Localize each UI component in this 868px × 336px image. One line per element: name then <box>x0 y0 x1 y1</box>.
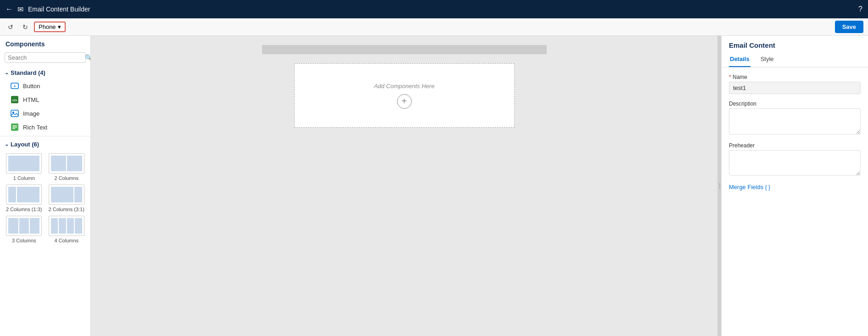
layout-2col-3-1-preview <box>49 185 84 205</box>
col-block <box>67 218 74 234</box>
undo-button[interactable]: ↺ <box>5 22 17 33</box>
main-layout: Components 🔍 ⌄ Standard (4) A Button </>… <box>0 36 868 336</box>
svg-rect-4 <box>11 110 18 117</box>
col-block <box>30 218 39 234</box>
preheader-label: Preheader <box>729 142 861 149</box>
mail-icon: ✉ <box>17 5 23 14</box>
html-component-icon: </> <box>10 95 19 104</box>
preheader-textarea[interactable] <box>729 150 861 176</box>
help-icon[interactable]: ? <box>858 5 862 13</box>
col-block <box>75 218 82 234</box>
name-input[interactable] <box>729 82 861 94</box>
name-label: * Name <box>729 74 861 80</box>
col-block <box>8 187 16 202</box>
email-canvas: Add Components Here + <box>262 45 547 327</box>
drop-zone-text: Add Components Here <box>374 83 434 90</box>
layout-3col-preview <box>6 216 42 236</box>
richtext-component-icon <box>10 123 19 132</box>
layout-section-label: Layout (6) <box>11 141 39 148</box>
add-component-button[interactable]: + <box>397 94 412 109</box>
phone-label: Phone <box>39 23 56 30</box>
phone-dropdown[interactable]: Phone ▾ <box>34 22 66 32</box>
required-star: * <box>729 74 731 80</box>
description-field: Description <box>729 101 861 136</box>
nav-right: ? <box>858 5 862 13</box>
layout-2col-3-1[interactable]: 2 Columns (3:1) <box>47 185 86 212</box>
button-component-label: Button <box>23 83 40 90</box>
toolbar-left: ↺ ↻ Phone ▾ <box>5 22 66 33</box>
nav-left: ← ✉ Email Content Builder <box>6 5 90 14</box>
search-box[interactable]: 🔍 <box>5 52 86 63</box>
right-panel: Email Content Details Style * Name Descr… <box>721 36 868 336</box>
layout-3col-label: 3 Columns <box>12 238 36 243</box>
description-textarea[interactable] <box>729 108 861 134</box>
layout-2col-1-3-label: 2 Columns (1:3) <box>6 207 42 212</box>
name-field: * Name <box>729 74 861 94</box>
drop-zone[interactable]: Add Components Here + <box>294 63 515 128</box>
tab-details[interactable]: Details <box>729 53 750 67</box>
layout-2col-label: 2 Columns <box>54 175 78 181</box>
top-nav: ← ✉ Email Content Builder ? <box>0 0 868 18</box>
layout-grid: 1 Column 2 Columns 2 Columns (1:3) <box>0 151 90 248</box>
panel-title: Email Content <box>722 36 868 53</box>
col-block <box>8 156 39 171</box>
html-component-label: HTML <box>23 96 39 103</box>
col-block <box>17 187 40 202</box>
image-component-icon <box>10 109 19 118</box>
divider <box>0 136 90 136</box>
layout-2col-preview <box>49 153 84 174</box>
canvas-top-bar <box>262 45 547 54</box>
layout-3col[interactable]: 3 Columns <box>5 216 44 243</box>
canvas-area[interactable]: Add Components Here + <box>91 36 717 336</box>
component-rich-text[interactable]: Rich Text <box>0 120 90 134</box>
col-block <box>51 156 66 171</box>
button-component-icon: A <box>10 81 19 90</box>
sidebar: Components 🔍 ⌄ Standard (4) A Button </>… <box>0 36 91 336</box>
col-block <box>51 218 58 234</box>
tab-style[interactable]: Style <box>760 53 775 67</box>
image-component-label: Image <box>23 110 39 117</box>
canvas-body: Add Components Here + <box>262 54 547 137</box>
layout-section-header[interactable]: ⌄ Layout (6) <box>0 138 90 151</box>
chevron-down-icon: ⌄ <box>5 70 9 76</box>
layout-1col-label: 1 Column <box>13 175 35 181</box>
merge-braces: { } <box>765 184 770 190</box>
component-image[interactable]: Image <box>0 106 90 120</box>
panel-tabs: Details Style <box>722 53 868 67</box>
col-block <box>19 218 29 234</box>
layout-2col-1-3[interactable]: 2 Columns (1:3) <box>5 185 44 212</box>
svg-text:</>: </> <box>12 98 17 102</box>
layout-4col-label: 4 Columns <box>54 238 78 243</box>
col-block <box>59 218 66 234</box>
component-button[interactable]: A Button <box>0 79 90 93</box>
toolbar-right: Save <box>835 21 863 33</box>
chevron-down-icon-layout: ⌄ <box>5 141 9 147</box>
layout-1col[interactable]: 1 Column <box>5 153 44 181</box>
redo-button[interactable]: ↻ <box>19 22 31 33</box>
resize-handle[interactable]: ⋮ <box>717 36 721 336</box>
preheader-field: Preheader <box>729 142 861 177</box>
col-block <box>74 187 82 202</box>
col-block <box>67 156 82 171</box>
chevron-down-icon: ▾ <box>58 23 61 30</box>
back-icon[interactable]: ← <box>6 5 13 13</box>
toolbar: ↺ ↻ Phone ▾ Save <box>0 18 868 36</box>
layout-2col-3-1-label: 2 Columns (3:1) <box>49 207 84 212</box>
layout-4col-preview <box>49 216 84 236</box>
standard-section-header[interactable]: ⌄ Standard (4) <box>0 67 90 79</box>
app-title: Email Content Builder <box>28 6 90 13</box>
svg-text:A: A <box>14 84 16 88</box>
layout-2col[interactable]: 2 Columns <box>47 153 86 181</box>
standard-section-label: Standard (4) <box>11 69 45 76</box>
merge-fields-link[interactable]: Merge Fields <box>729 184 763 190</box>
save-button[interactable]: Save <box>835 21 863 33</box>
search-input[interactable] <box>8 54 85 61</box>
component-html[interactable]: </> HTML <box>0 93 90 106</box>
richtext-component-label: Rich Text <box>23 124 47 131</box>
layout-1col-preview <box>6 153 42 174</box>
layout-4col[interactable]: 4 Columns <box>47 216 86 243</box>
col-block <box>51 187 74 202</box>
description-label: Description <box>729 101 861 107</box>
merge-fields-row: Merge Fields { } <box>729 184 861 190</box>
col-block <box>8 218 18 234</box>
